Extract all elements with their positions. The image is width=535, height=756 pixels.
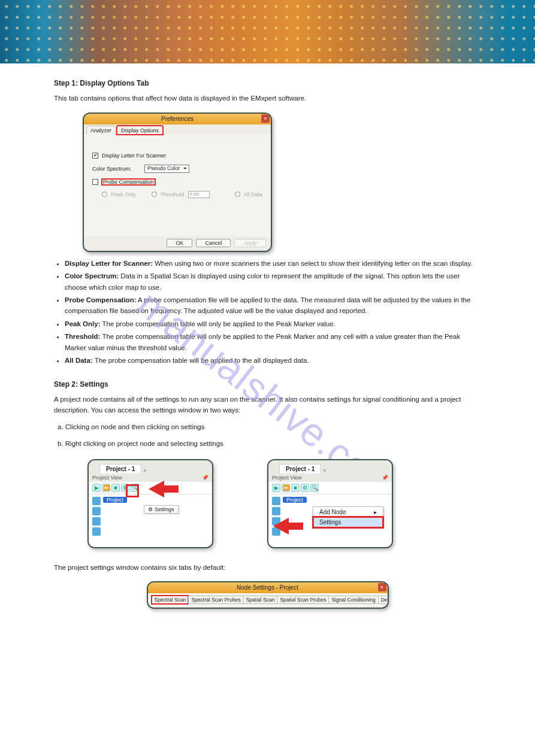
ctx-settings[interactable]: Settings	[313, 517, 383, 527]
side-icon[interactable]	[92, 517, 101, 526]
step1-intro: This tab contains options that affect ho…	[54, 93, 481, 104]
radio-threshold[interactable]	[152, 192, 157, 197]
step2-intro: A project node contains all of the setti…	[54, 394, 481, 416]
header-banner	[0, 0, 535, 63]
step2-heading: Step 2: Settings	[54, 380, 481, 388]
tab-spatial-scan[interactable]: Spatial Scan	[243, 596, 277, 604]
project-view-screenshot-b: Project - 1 × Project View📌 ▶ ⏩ ■ ⚙ 🔍	[267, 459, 393, 548]
label-threshold: Threshold	[161, 192, 185, 198]
pin-icon[interactable]: 📌	[202, 475, 208, 481]
zoom-icon[interactable]: 🔍	[310, 484, 319, 492]
bullet-item: Probe Compensation: A probe compensation…	[65, 294, 481, 317]
side-icon[interactable]	[92, 527, 101, 536]
context-menu: Add Node▸ Settings	[313, 506, 383, 528]
apply-button[interactable]: Apply	[234, 239, 266, 247]
bullet-item: Color Spectrum: Data in a Spatial Scan i…	[65, 271, 481, 293]
label-peak-only: Peak Only	[111, 192, 136, 198]
preferences-dialog: Preferences × Analyzer Display Options ✔…	[83, 113, 272, 252]
settings-tooltip: ⚙Settings	[144, 505, 179, 514]
ctx-add-node[interactable]: Add Node▸	[313, 507, 383, 517]
side-icon[interactable]	[92, 497, 101, 505]
tab-description[interactable]: Description	[378, 596, 389, 604]
project-tab[interactable]: Project - 1	[279, 464, 321, 473]
fastforward-icon[interactable]: ⏩	[282, 484, 290, 492]
node-settings-dialog: Node Settings - Project × Spectral Scan …	[147, 581, 389, 609]
project-view-label: Project View	[272, 475, 302, 481]
bullet-item: Threshold: The probe compensation table …	[65, 331, 481, 353]
project-node[interactable]: Project	[103, 497, 127, 503]
close-icon[interactable]: ×	[261, 114, 270, 123]
checkbox-probe-compensation[interactable]	[92, 179, 98, 185]
radio-all-data[interactable]	[235, 192, 240, 197]
option-a: a. Clicking on node and then clicking on…	[58, 422, 481, 433]
label-probe-compensation: Probe Compensation	[102, 179, 155, 185]
project-view-label: Project View	[92, 475, 122, 481]
threshold-input[interactable]: 5.00	[188, 191, 210, 198]
checkbox-display-letter[interactable]: ✔	[92, 153, 98, 159]
arrow-icon	[140, 481, 164, 497]
side-icon[interactable]	[272, 507, 280, 515]
chevron-right-icon: ▸	[374, 509, 377, 515]
node-settings-title: Node Settings - Project	[237, 584, 298, 591]
step1-heading: Step 1: Display Options Tab	[54, 79, 481, 87]
bullet-item: Peak Only: The probe compensation table …	[65, 318, 481, 329]
side-icon[interactable]	[92, 507, 101, 515]
select-color-spectrum[interactable]: Pseudo Color	[144, 165, 189, 173]
play-icon[interactable]: ▶	[272, 484, 280, 492]
tab-spectral-scan[interactable]: Spectral Scan	[152, 596, 189, 604]
preferences-title: Preferences	[161, 116, 194, 122]
tab-spectral-scan-probes[interactable]: Spectral Scan Probes	[188, 596, 243, 604]
option-b: b. Right clicking on project node and se…	[58, 439, 481, 450]
close-tab-icon[interactable]: ×	[143, 467, 149, 473]
close-icon[interactable]: ×	[378, 583, 386, 591]
label-all-data: All Data	[244, 192, 263, 198]
tab-display-options[interactable]: Display Options	[117, 126, 163, 135]
label-display-letter: Display Letter For Scanner	[102, 153, 166, 159]
stop-icon[interactable]: ■	[291, 484, 300, 492]
display-options-bullets: Display Letter for Scanner: When using t…	[65, 258, 481, 366]
play-icon[interactable]: ▶	[92, 484, 101, 492]
arrow-icon	[267, 518, 289, 535]
close-tab-icon[interactable]: ×	[323, 467, 329, 473]
side-icon[interactable]	[272, 497, 280, 505]
project-tab[interactable]: Project - 1	[99, 464, 141, 473]
stop-icon[interactable]: ■	[111, 484, 120, 492]
radio-peak-only[interactable]	[102, 192, 107, 197]
fastforward-icon[interactable]: ⏩	[102, 484, 110, 492]
project-node[interactable]: Project	[283, 497, 307, 503]
project-view-screenshot-a: Project - 1 × Project View📌 ▶ ⏩ ■ ⚙ 🔍	[87, 459, 213, 548]
tab-signal-conditioning[interactable]: Signal Conditioning	[328, 596, 377, 604]
highlight-box	[126, 484, 139, 497]
ok-button[interactable]: OK	[167, 239, 192, 247]
preferences-titlebar: Preferences ×	[84, 114, 271, 125]
bullet-item: Display Letter for Scanner: When using t…	[65, 258, 481, 269]
cancel-button[interactable]: Cancel	[196, 239, 231, 247]
bullet-item: All Data: The probe compensation table w…	[65, 355, 481, 366]
tabs-intro: The project settings window contains six…	[54, 563, 481, 573]
settings-icon[interactable]: ⚙	[301, 484, 309, 492]
label-color-spectrum: Color Spectrum:	[92, 166, 131, 172]
pin-icon[interactable]: 📌	[382, 475, 388, 481]
gear-icon: ⚙	[148, 506, 153, 512]
tab-spatial-scan-probes[interactable]: Spatial Scan Probes	[277, 596, 328, 604]
tab-analyzer[interactable]: Analyzer	[86, 126, 116, 135]
